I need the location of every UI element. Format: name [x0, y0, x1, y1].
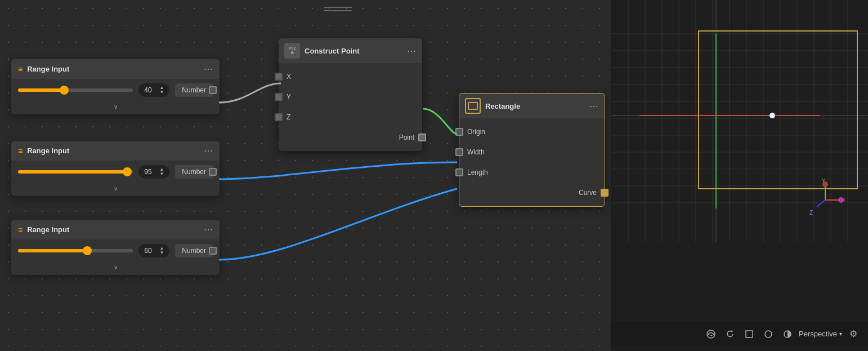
range-input-3-number[interactable]: 60 ▲ ▼ [138, 244, 169, 257]
range-input-2-header: ≡ Range Input ⋯ [11, 141, 220, 161]
range-input-2-footer[interactable]: ∨ [11, 183, 220, 196]
rectangle-origin-row: Origin [459, 122, 605, 142]
svg-text:Z: Z [809, 210, 813, 216]
range-icon-1: ≡ [18, 65, 23, 74]
viewport-tool-shading-half[interactable] [780, 326, 795, 342]
construct-point-icon: XYZ⊕ [284, 43, 300, 59]
range-icon-2: ≡ [18, 146, 23, 155]
range-input-2-title: Range Input [27, 146, 199, 155]
svg-point-44 [765, 331, 772, 337]
viewport-panel: Y X Z Perspective ▾ ⚙ [611, 0, 868, 351]
construct-point-z-port[interactable] [275, 113, 283, 121]
construct-point-body: X Y Z Point [279, 63, 422, 151]
perspective-chevron: ▾ [839, 331, 842, 337]
range-input-2-number[interactable]: 95 ▲ ▼ [138, 165, 169, 179]
rectangle-node: Rectangle ⋯ Origin Width Length Curve [459, 93, 605, 207]
range-input-3-label[interactable]: Number [175, 244, 213, 257]
construct-point-x-row: X [279, 66, 422, 87]
rectangle-output-row: Curve [459, 183, 605, 203]
range-input-1: ≡ Range Input ⋯ 40 ▲ ▼ Number ∨ [11, 59, 220, 114]
construct-point-header: XYZ⊕ Construct Point ⋯ [279, 38, 422, 63]
range-input-3-footer[interactable]: ∨ [11, 262, 220, 275]
range-input-2-output-port[interactable] [209, 168, 217, 176]
construct-point-output-row: Point [279, 127, 422, 148]
rectangle-body: Origin Width Length Curve [459, 118, 605, 206]
range-input-1-slider[interactable] [18, 88, 133, 92]
range-input-3-header: ≡ Range Input ⋯ [11, 220, 220, 239]
viewport-settings-btn[interactable]: ⚙ [845, 326, 861, 342]
range-input-2-slider[interactable] [18, 170, 133, 174]
range-input-2: ≡ Range Input ⋯ 95 ▲ ▼ Number ∨ [11, 141, 220, 196]
svg-rect-1 [611, 0, 868, 351]
viewport-tool-fullscreen[interactable] [741, 326, 757, 342]
top-bar-decoration [324, 7, 352, 11]
construct-point-title: Construct Point [305, 47, 402, 55]
svg-rect-0 [468, 103, 477, 109]
rectangle-icon [465, 98, 481, 114]
rectangle-title: Rectangle [485, 102, 585, 110]
viewport-toolbar: Perspective ▾ ⚙ [611, 322, 868, 345]
perspective-dropdown[interactable]: Perspective ▾ [799, 330, 842, 338]
rectangle-menu[interactable]: ⋯ [589, 101, 599, 112]
range-input-3-output-port[interactable] [209, 247, 217, 255]
range-input-3-slider[interactable] [18, 249, 133, 252]
construct-point-z-row: Z [279, 107, 422, 127]
svg-text:Y: Y [822, 178, 826, 184]
construct-point-menu[interactable]: ⋯ [407, 46, 417, 56]
rectangle-length-row: Length [459, 162, 605, 183]
construct-point-y-row: Y [279, 87, 422, 107]
rectangle-origin-label: Origin [459, 128, 493, 136]
construct-point-x-port[interactable] [275, 73, 283, 81]
range-input-1-label[interactable]: Number [175, 83, 213, 97]
svg-point-32 [769, 113, 775, 118]
range-input-1-number[interactable]: 40 ▲ ▼ [138, 83, 169, 97]
rectangle-length-label: Length [459, 168, 496, 176]
range-input-1-footer[interactable]: ∨ [11, 101, 220, 114]
range-input-1-output-port[interactable] [209, 86, 217, 94]
range-icon-3: ≡ [18, 225, 23, 234]
range-input-2-menu[interactable]: ⋯ [204, 145, 213, 156]
rectangle-output-port[interactable] [601, 189, 609, 197]
construct-point-node: XYZ⊕ Construct Point ⋯ X Y Z Point [279, 38, 422, 151]
range-input-3-title: Range Input [27, 225, 199, 234]
viewport-tool-refresh[interactable] [722, 326, 738, 342]
rectangle-output-label: Curve [579, 189, 597, 197]
rectangle-length-port[interactable] [455, 168, 463, 176]
svg-rect-43 [746, 331, 753, 337]
viewport-grid-svg: Y X Z [611, 0, 868, 351]
perspective-text: Perspective [799, 330, 837, 338]
viewport-tool-orbit[interactable] [703, 326, 719, 342]
gear-icon: ⚙ [849, 328, 857, 339]
rectangle-width-row: Width [459, 142, 605, 162]
rectangle-width-port[interactable] [455, 148, 463, 156]
range-input-3-menu[interactable]: ⋯ [204, 224, 213, 235]
rectangle-origin-port[interactable] [455, 128, 463, 136]
range-input-1-body: 40 ▲ ▼ Number [11, 79, 220, 101]
svg-text:X: X [842, 197, 846, 203]
construct-point-output-port[interactable] [418, 134, 426, 141]
construct-point-output-label: Point [399, 134, 414, 141]
viewport-tool-shading-circle[interactable] [760, 326, 776, 342]
node-canvas[interactable]: ≡ Range Input ⋯ 40 ▲ ▼ Number ∨ [0, 0, 611, 351]
range-input-1-header: ≡ Range Input ⋯ [11, 59, 220, 79]
range-input-1-menu[interactable]: ⋯ [204, 64, 213, 74]
rectangle-width-label: Width [459, 148, 493, 156]
range-input-3: ≡ Range Input ⋯ 60 ▲ ▼ Number ∨ [11, 220, 220, 275]
range-input-2-label[interactable]: Number [175, 165, 213, 179]
range-input-1-title: Range Input [27, 65, 199, 73]
rectangle-header: Rectangle ⋯ [459, 94, 605, 118]
range-input-3-body: 60 ▲ ▼ Number [11, 239, 220, 262]
range-input-2-body: 95 ▲ ▼ Number [11, 161, 220, 183]
construct-point-y-port[interactable] [275, 93, 283, 101]
